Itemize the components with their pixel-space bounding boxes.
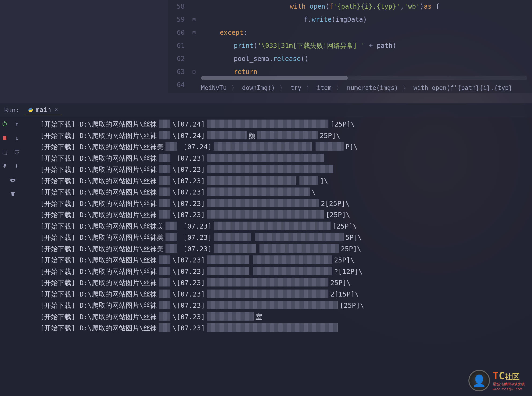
- run-header: Run: main ×: [0, 103, 532, 117]
- breadcrumb-item[interactable]: downImg(): [242, 84, 275, 91]
- console-line: [开始下载] D:\爬取的网站图片\丝袜美 [07.23]25P]\: [40, 243, 532, 255]
- console-line: [开始下载] D:\爬取的网站图片\丝袜\[07.23]\: [40, 186, 532, 198]
- console-line: [开始下载] D:\爬取的网站图片\丝袜\[07.23]2[15P]\: [40, 289, 532, 300]
- breadcrumb-item[interactable]: item: [317, 84, 331, 91]
- breadcrumb-item[interactable]: try: [290, 84, 301, 91]
- step-up-button[interactable]: ↑: [13, 120, 21, 128]
- console-line: [开始下载] D:\爬取的网站图片\丝袜美 [07.24]P]\: [40, 141, 532, 153]
- console-line: [开始下载] D:\爬取的网站图片\丝袜\[07.23]室: [40, 311, 532, 323]
- console-line: [开始下载] D:\爬取的网站图片\丝袜\[07.23][25P]\: [40, 300, 532, 311]
- console-line: [开始下载] D:\爬取的网站图片\丝袜\[07.23]25P]\: [40, 277, 532, 289]
- fold-gutter[interactable]: ⊟⊟⊟: [189, 0, 199, 93]
- trash-button[interactable]: [9, 190, 17, 198]
- console-line: [开始下载] D:\爬取的网站图片\丝袜美 [07.23][25P]\: [40, 221, 532, 232]
- breadcrumb-item[interactable]: numerate(imgs): [347, 84, 398, 91]
- console-line: [开始下载] D:\爬取的网站图片\丝袜\[07.23]?[12P]\: [40, 266, 532, 277]
- scrollbar-thumb[interactable]: [201, 76, 348, 80]
- line-number-gutter: 58596061626364: [168, 0, 189, 93]
- python-icon: [28, 107, 33, 112]
- run-label: Run:: [4, 106, 19, 114]
- run-tab-main[interactable]: main ×: [24, 105, 61, 115]
- console-line: [开始下载] D:\爬取的网站图片\丝袜\[07.23]25P]\: [40, 255, 532, 266]
- breadcrumb[interactable]: MeiNvTu〉downImg()〉try〉item〉numerate(imgs…: [201, 82, 532, 93]
- scroll-to-end-button[interactable]: ⬇: [13, 162, 21, 170]
- breadcrumb-item[interactable]: with open(f'{path}{i}.{typ}: [413, 84, 512, 91]
- breadcrumb-item[interactable]: MeiNvTu: [201, 84, 227, 91]
- step-down-button[interactable]: ↓: [13, 134, 21, 142]
- console-line: [开始下载] D:\爬取的网站图片\丝袜\[07.24]颜25P]\: [40, 130, 532, 141]
- rerun-button[interactable]: [1, 120, 9, 128]
- run-tool-window: Run: main × ↑ ↓ ⬚: [0, 103, 532, 396]
- svg-rect-0: [3, 136, 6, 140]
- console-line: [开始下载] D:\爬取的网站图片\丝袜\[07.24][25P]\: [40, 119, 532, 130]
- print-button[interactable]: [9, 176, 17, 184]
- soft-wrap-button[interactable]: [13, 148, 21, 156]
- layout-button[interactable]: ⬚: [1, 148, 9, 156]
- console-line: [开始下载] D:\爬取的网站图片\丝袜\[07.23][25P]\: [40, 209, 532, 221]
- watermark: 👤 TC社区 屠城辅助网@梦之晓 www.tcsqw.com: [468, 370, 525, 391]
- console-line: [开始下载] D:\爬取的网站图片\丝袜\[07.23]: [40, 164, 532, 175]
- console-output[interactable]: [开始下载] D:\爬取的网站图片\丝袜\[07.24][25P]\[开始下载]…: [22, 117, 532, 396]
- pin-button[interactable]: [1, 162, 9, 170]
- console-line: [开始下载] D:\爬取的网站图片\丝袜美 [07.23]5P]\: [40, 232, 532, 243]
- close-icon[interactable]: ×: [55, 106, 58, 113]
- watermark-logo: 👤: [468, 370, 490, 391]
- console-line: [开始下载] D:\爬取的网站图片\丝袜\[07.23]]\: [40, 175, 532, 187]
- run-toolbar: ↑ ↓ ⬚ ⬇: [0, 117, 22, 396]
- console-line: [开始下载] D:\爬取的网站图片\丝袜\[07.23]2[25P]\: [40, 198, 532, 210]
- console-line: [开始下载] D:\爬取的网站图片\丝袜 [07.23]: [40, 153, 532, 164]
- console-line: [开始下载] D:\爬取的网站图片\丝袜\[07.23]: [40, 322, 532, 334]
- code-editor[interactable]: 58596061626364 ⊟⊟⊟ with open(f'{path}{i}…: [168, 0, 532, 93]
- run-tab-label: main: [36, 106, 51, 113]
- stop-button[interactable]: [1, 134, 9, 142]
- horizontal-scrollbar[interactable]: [201, 76, 527, 80]
